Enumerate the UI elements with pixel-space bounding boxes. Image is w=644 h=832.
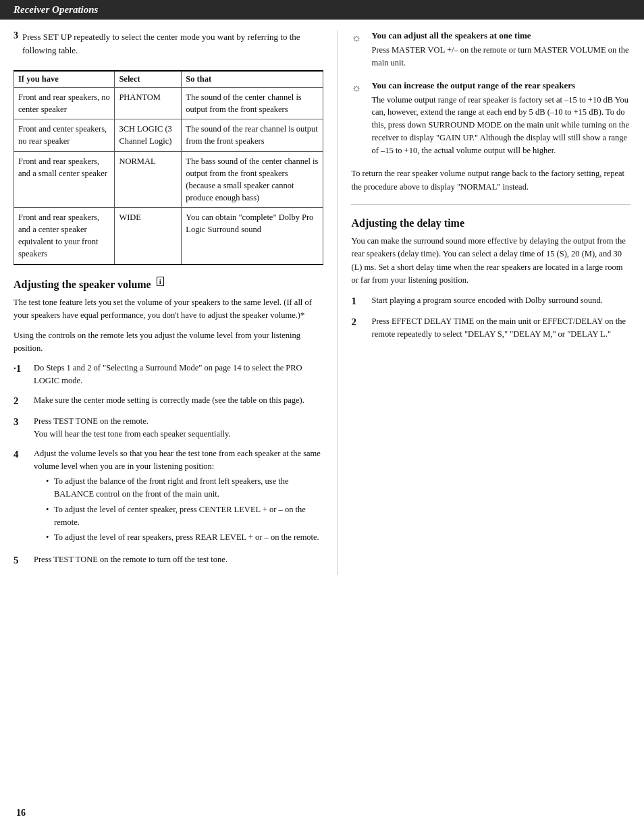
step-number: 5 [14,553,30,568]
table-row: Front and center speakers, no rear speak… [14,119,323,151]
table-cell-ifYouHave: Front and rear speakers, and a small cen… [14,151,115,208]
step3-intro-text: Press SET UP repeatedly to select the ce… [22,30,323,57]
table-row: Front and rear speakers, no center speak… [14,88,323,119]
step-number: 3 [14,414,30,430]
table-cell-ifYouHave: Front and rear speakers, and a center sp… [14,208,115,265]
speaker-volume-intro2: Using the controls on the remote lets yo… [14,329,323,356]
step-text: Make sure the center mode setting is cor… [34,394,304,407]
table-cell-select: WIDE [115,208,182,265]
tip1-block: ☼ You can adjust all the speakers at one… [351,30,630,70]
table-cell-ifYouHave: Front and rear speakers, no center speak… [14,88,115,119]
table-cell-soThat: The sound of the center channel is outpu… [182,88,323,119]
right-column: ☼ You can adjust all the speakers at one… [337,30,630,575]
table-cell-ifYouHave: Front and center speakers, no rear speak… [14,119,115,151]
delay-step-item: 2Press EFFECT DELAY TIME on the main uni… [351,315,630,341]
delay-section-heading: Adjusting the delay time [351,217,630,229]
table-cell-soThat: The sound of the rear channel is output … [182,119,323,151]
step-item: 5Press TEST TONE on the remote to turn o… [14,553,323,568]
speaker-volume-heading: Adjusting the speaker volume i [14,277,323,291]
table-cell-soThat: You can obtain "complete" Dolby Pro Logi… [182,208,323,265]
table-cell-select: NORMAL [115,151,182,208]
tip2-title: You can increase the output range of the… [371,80,630,91]
bullet-item: To adjust the level of rear speakers, pr… [46,531,323,544]
delay-step-number: 1 [351,294,367,309]
step-number: 4 [14,447,30,462]
step3-block: 3 Press SET UP repeatedly to select the … [14,30,323,63]
tip2-icon: ☼ [351,82,366,94]
two-col-layout: 3 Press SET UP repeatedly to select the … [0,30,644,575]
tip1-body: Press MASTER VOL +/– on the remote or tu… [371,44,630,70]
bullet-list: To adjust the balance of the front right… [46,475,323,544]
step-item: 4Adjust the volume levels so that you he… [14,447,323,547]
table-header-if-you-have: If you have [14,71,115,88]
delay-step-number: 2 [351,314,367,330]
speaker-volume-steps: ·1Do Steps 1 and 2 of "Selecting a Surro… [14,362,323,567]
delay-steps: 1Start playing a program source encoded … [351,294,630,341]
speaker-volume-heading-text: Adjusting the speaker volume [14,279,151,290]
table-cell-select: 3CH LOGIC (3 Channel Logic) [115,119,182,151]
table-row: Front and rear speakers, and a small cen… [14,151,323,208]
tip1-content: You can adjust all the speakers at one t… [371,30,630,70]
step-text: Press TEST TONE on the remote to turn of… [34,553,227,566]
section-divider [351,204,630,205]
delay-step-text: Press EFFECT DELAY TIME on the main unit… [371,315,630,341]
delay-step-item: 1Start playing a program source encoded … [351,294,630,309]
page-number: 16 [16,808,26,819]
left-column: 3 Press SET UP repeatedly to select the … [14,30,337,575]
tip2-block: ☼ You can increase the output range of t… [351,80,630,157]
delay-step-text: Start playing a program source encoded w… [371,294,602,307]
header-bar: Receiver Operations [0,0,644,20]
center-mode-table: If you have Select So that Front and rea… [14,70,323,265]
step-item: ·1Do Steps 1 and 2 of "Selecting a Surro… [14,362,323,387]
step-item: 3Press TEST TONE on the remote.You will … [14,415,323,441]
step-text: Adjust the volume levels so that you hea… [34,447,323,547]
step-number: ·1 [14,361,30,377]
bullet-item: To adjust the level of center speaker, p… [46,503,323,529]
bullet-item: To adjust the balance of the front right… [46,475,323,501]
step-text: Do Steps 1 and 2 of "Selecting a Surroun… [34,362,323,387]
step-number: 2 [14,393,30,409]
step-text: Press TEST TONE on the remote.You will h… [34,415,231,441]
step3-number: 3 [14,30,18,41]
tip2-extra-text: To return the rear speaker volume output… [351,167,630,194]
tip1-icon: ☼ [351,32,366,44]
tip2-content: You can increase the output range of the… [371,80,630,157]
page: Receiver Operations 3 Press SET UP repea… [0,0,644,832]
table-header-so-that: So that [182,71,323,88]
speaker-volume-intro1: The test tone feature lets you set the v… [14,296,323,323]
step-item: 2Make sure the center mode setting is co… [14,394,323,409]
tip2-body: The volume output range of rear speaker … [371,94,630,157]
table-header-select: Select [115,71,182,88]
table-cell-select: PHANTOM [115,88,182,119]
delay-intro: You can make the surround sound more eff… [351,235,630,287]
tip1-title: You can adjust all the speakers at one t… [371,30,630,41]
header-title: Receiver Operations [14,4,98,15]
table-cell-soThat: The bass sound of the center channel is … [182,151,323,208]
info-icon: i [157,277,164,286]
table-row: Front and rear speakers, and a center sp… [14,208,323,265]
